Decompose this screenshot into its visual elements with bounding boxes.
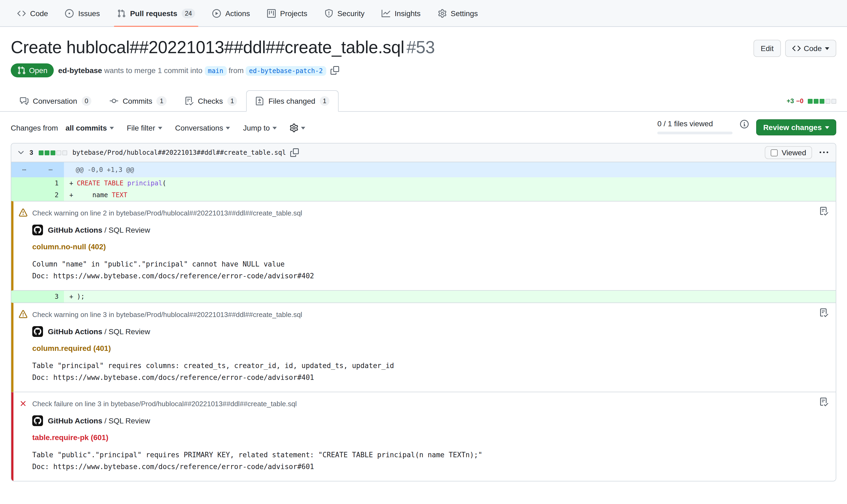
nav-label: Projects xyxy=(280,9,307,17)
line-code[interactable]: + name TEXT xyxy=(64,189,836,201)
pr-header: Create hublocal##20221013##ddl##create_t… xyxy=(0,27,847,58)
nav-item-actions[interactable]: Actions xyxy=(204,0,258,26)
copy-path-button[interactable] xyxy=(290,148,299,157)
expand-up-handle[interactable]: ⋯ xyxy=(11,162,38,177)
x-failure-icon xyxy=(19,399,28,408)
merge-description: ed-bytebase wants to merge 1 commit into… xyxy=(58,66,326,75)
changes-from-label: Changes from xyxy=(11,124,58,132)
code-button-label: Code xyxy=(804,43,822,54)
pr-tabs-bar: Conversation0 Commits1 Checks1 Files cha… xyxy=(0,90,847,112)
merge-text: wants to merge 1 commit into xyxy=(104,66,203,75)
annotation-heading: Check warning on line 2 in bytebase/Prod… xyxy=(19,209,810,217)
expand-down-handle[interactable]: ⋯ xyxy=(38,162,64,177)
annotation-doc-link: Doc: https://www.bytebase.com/docs/refer… xyxy=(32,270,810,282)
diff-line-2: 2 + name TEXT xyxy=(11,189,836,201)
nav-item-issues[interactable]: Issues xyxy=(57,0,109,26)
kebab-horizontal-icon xyxy=(819,148,828,157)
tab-commits[interactable]: Commits1 xyxy=(101,90,176,112)
diff-toolbar-menus: Changes from all commits File filter Con… xyxy=(11,119,305,132)
line-code[interactable]: +CREATE TABLE principal( xyxy=(64,177,836,189)
hunk-header-text: @@ -0,0 +1,3 @@ xyxy=(64,162,836,177)
line-number[interactable]: 3 xyxy=(11,291,64,303)
changes-from-dropdown[interactable]: Changes from all commits xyxy=(11,124,114,132)
pr-number: #53 xyxy=(407,38,435,57)
octocat-icon xyxy=(34,417,41,425)
check-run-details-button[interactable] xyxy=(819,207,828,215)
triangle-down-icon xyxy=(301,127,305,129)
check-annotation-warning-402: Check warning on line 2 in bytebase/Prod… xyxy=(11,201,836,291)
annotation-heading: Check failure on line 3 in bytebase/Prod… xyxy=(19,399,810,408)
file-filter-dropdown[interactable]: File filter xyxy=(127,124,162,132)
check-annotation-warning-401: Check warning on line 3 in bytebase/Prod… xyxy=(11,303,836,392)
review-changes-button[interactable]: Review changes xyxy=(756,119,836,136)
diff-toolbar-right: 0 / 1 files viewed Review changes xyxy=(657,119,836,136)
diff-line-1: 1 +CREATE TABLE principal( xyxy=(11,177,836,189)
tool-suffix: / SQL Review xyxy=(105,416,150,425)
tab-label: Checks xyxy=(198,97,223,105)
nav-item-insights[interactable]: Insights xyxy=(373,0,429,26)
triangle-down-icon xyxy=(158,127,162,129)
octocat-icon xyxy=(34,328,41,335)
checklist-icon xyxy=(819,398,828,406)
check-run-details-button[interactable] xyxy=(819,398,828,406)
graph-icon xyxy=(382,9,391,17)
line-number[interactable]: 1 xyxy=(11,177,64,189)
pr-author[interactable]: ed-bytebase xyxy=(58,66,102,75)
viewed-checkbox[interactable] xyxy=(771,149,778,156)
merge-from-text: from xyxy=(229,66,244,75)
nav-label: Actions xyxy=(225,9,250,17)
nav-item-code[interactable]: Code xyxy=(8,0,57,26)
shield-icon xyxy=(324,9,333,17)
check-run-details-button[interactable] xyxy=(819,308,828,317)
file-options-kebab-menu[interactable] xyxy=(817,148,830,157)
nav-label: Insights xyxy=(395,9,421,17)
nav-item-settings[interactable]: Settings xyxy=(429,0,486,26)
pr-diffstat: +3 −0 xyxy=(787,97,836,111)
code-dropdown-button[interactable]: Code xyxy=(785,40,836,57)
pr-title: Create hublocal##20221013##ddl##create_t… xyxy=(11,37,435,58)
file-header-left: 3 bytebase/Prod/hublocal##20221013##ddl#… xyxy=(17,148,299,157)
annotation-heading-text: Check failure on line 3 in bytebase/Prod… xyxy=(32,399,297,408)
jump-to-dropdown[interactable]: Jump to xyxy=(243,124,277,132)
files-viewed-progress-bar xyxy=(657,132,733,134)
conversations-dropdown[interactable]: Conversations xyxy=(175,124,230,132)
annotation-tool-row: GitHub Actions / SQL Review xyxy=(32,326,810,337)
nav-item-projects[interactable]: Projects xyxy=(258,0,316,26)
nav-item-security[interactable]: Security xyxy=(316,0,373,26)
pr-meta-row: Open ed-bytebase wants to merge 1 commit… xyxy=(0,58,847,77)
review-changes-label: Review changes xyxy=(763,123,822,132)
expand-diff-gutter[interactable]: ⋯⋯ xyxy=(11,162,64,177)
annotation-tool-row: GitHub Actions / SQL Review xyxy=(32,224,810,235)
github-actions-avatar xyxy=(32,224,43,235)
diff-settings-dropdown[interactable] xyxy=(290,124,305,132)
line-number[interactable]: 2 xyxy=(11,189,64,201)
copy-branch-button[interactable] xyxy=(330,66,339,75)
edit-button[interactable]: Edit xyxy=(754,40,781,57)
annotation-heading: Check warning on line 3 in bytebase/Prod… xyxy=(19,310,810,319)
nav-item-pull-requests[interactable]: Pull requests24 xyxy=(109,0,204,26)
check-annotation-failure-601: Check failure on line 3 in bytebase/Prod… xyxy=(11,392,836,481)
tab-checks[interactable]: Checks1 xyxy=(176,90,247,112)
line-code[interactable]: +); xyxy=(64,291,836,303)
tab-files-changed[interactable]: Files changed1 xyxy=(247,90,339,112)
base-branch-label[interactable]: main xyxy=(204,66,227,76)
file-path[interactable]: bytebase/Prod/hublocal##20221013##ddl##c… xyxy=(72,149,286,156)
annotation-rule: table.require-pk (601) xyxy=(32,433,810,442)
info-icon[interactable] xyxy=(740,120,749,128)
tool-name: GitHub Actions xyxy=(48,416,102,425)
gear-icon xyxy=(438,9,446,17)
annotation-message: Column "name" in "public"."principal" ca… xyxy=(32,258,810,270)
head-branch-label[interactable]: ed-bytebase-patch-2 xyxy=(246,66,326,76)
viewed-toggle[interactable]: Viewed xyxy=(765,146,812,159)
edit-button-label: Edit xyxy=(761,43,774,54)
collapse-file-button[interactable] xyxy=(17,148,25,157)
annotation-body: GitHub Actions / SQL Review column.requi… xyxy=(32,326,810,384)
file-changes-count: 3 xyxy=(30,149,33,156)
tab-conversation[interactable]: Conversation0 xyxy=(11,90,101,112)
file-diff-container: 3 bytebase/Prod/hublocal##20221013##ddl#… xyxy=(11,143,836,482)
checklist-icon xyxy=(819,308,828,317)
annotation-body: GitHub Actions / SQL Review column.no-nu… xyxy=(32,224,810,282)
hunk-header-row: ⋯⋯ @@ -0,0 +1,3 @@ xyxy=(11,162,836,177)
tab-count-badge: 1 xyxy=(320,96,329,106)
tab-count-badge: 1 xyxy=(227,96,237,106)
